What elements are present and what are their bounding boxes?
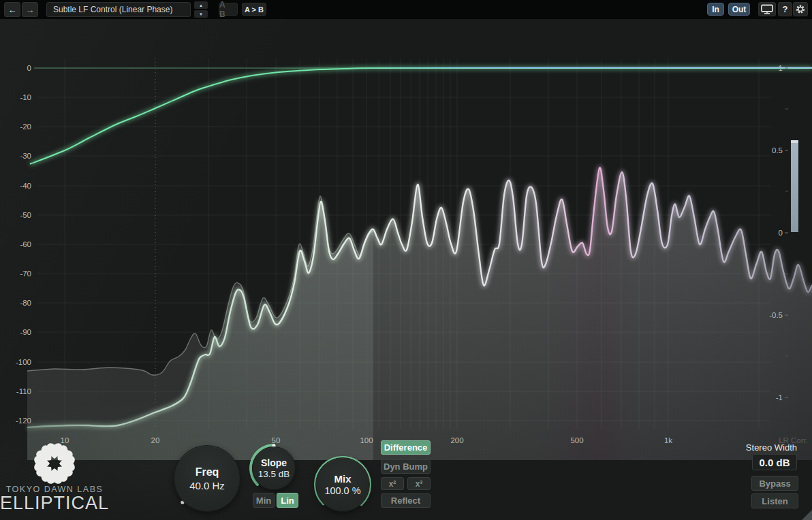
db-axis-label: -10 — [20, 93, 31, 101]
display-settings-button[interactable] — [758, 2, 776, 16]
arrow-right-icon: → — [26, 5, 35, 15]
arrow-left-icon: ← — [8, 5, 17, 15]
db-axis-label: -50 — [20, 211, 31, 219]
mix-knob-value: 100.0 % — [324, 485, 360, 496]
db-axis-label: -20 — [20, 123, 31, 131]
db-axis-label: -110 — [16, 387, 31, 395]
corr-axis-label: 0.5 — [772, 146, 783, 155]
corr-axis-label: 1 — [779, 64, 783, 72]
plugin-window: 0-10-20-30-40-50-60-70-80-90-100-110-120… — [0, 0, 812, 520]
gear-icon — [794, 3, 807, 15]
db-axis-label: 0 — [27, 64, 31, 72]
min-phase-button[interactable]: Min — [253, 493, 275, 508]
db-axis-label: -90 — [20, 328, 31, 336]
slope-knob-value: 13.5 dB — [258, 469, 290, 479]
filter-curve — [30, 68, 812, 164]
output-gain-button[interactable]: Out — [728, 3, 750, 16]
db-axis-label: -80 — [20, 299, 31, 307]
lin-phase-button[interactable]: Lin — [277, 493, 298, 508]
preset-stepper: ▲ ▼ — [194, 1, 208, 18]
db-axis-label: -100 — [16, 358, 31, 366]
slope-knob-label: Slope — [261, 457, 287, 468]
product-name: ELLIPTICAL — [0, 493, 109, 514]
corr-axis-label: -0.5 — [769, 311, 783, 319]
difference-button[interactable]: Difference — [381, 440, 431, 455]
db-axis-label: -120 — [16, 417, 31, 425]
x-cubed-button[interactable]: x³ — [407, 477, 431, 490]
x-squared-button[interactable]: x² — [381, 477, 404, 490]
preset-forward-button[interactable]: → — [22, 2, 38, 17]
copy-a-to-b-button[interactable]: A > B — [242, 3, 266, 16]
preset-step-up-button[interactable]: ▲ — [194, 1, 208, 9]
triangle-down-icon: ▼ — [199, 12, 203, 16]
slope-knob[interactable]: Slope 13.5 dB — [248, 442, 300, 494]
preset-back-button[interactable]: ← — [4, 2, 20, 17]
freq-axis-label: 20 — [151, 436, 160, 444]
ab-toggle-button[interactable]: A B — [219, 3, 238, 16]
input-gain-button[interactable]: In — [707, 3, 724, 16]
mix-knob[interactable]: Mix 100.0 % — [310, 452, 375, 517]
help-button[interactable]: ? — [778, 2, 792, 16]
bypass-button[interactable]: Bypass — [751, 476, 798, 491]
db-axis-label: -40 — [20, 182, 31, 190]
preset-selector[interactable]: Subtle LF Control (Linear Phase) — [46, 2, 191, 17]
correlation-meter-cap — [791, 140, 798, 143]
db-axis-label: -60 — [20, 240, 31, 248]
tdl-flower-logo — [30, 439, 79, 484]
db-axis-label: -30 — [20, 152, 31, 160]
resize-handle[interactable] — [802, 510, 812, 520]
stereo-width-value[interactable]: 0.0 dB — [752, 454, 797, 470]
freq-knob-label: Freq — [196, 466, 219, 478]
dyn-bump-button[interactable]: Dyn Bump — [381, 459, 431, 474]
settings-button[interactable] — [793, 2, 808, 16]
reflect-button[interactable]: Reflect — [381, 493, 431, 508]
freq-knob[interactable]: Freq 40.0 Hz — [170, 441, 245, 516]
freq-axis-label: 200 — [450, 436, 463, 444]
freq-axis-label: 100 — [360, 436, 373, 444]
correlation-meter-bar — [791, 140, 798, 232]
mix-knob-label: Mix — [334, 473, 351, 485]
preset-step-down-button[interactable]: ▼ — [194, 10, 208, 18]
triangle-up-icon: ▲ — [199, 3, 203, 7]
db-axis-label: -70 — [20, 270, 31, 278]
filter-curve-glow — [30, 68, 812, 164]
listen-button[interactable]: Listen — [751, 493, 798, 508]
freq-axis-label: 500 — [570, 436, 583, 444]
titlebar: ← → Subtle LF Control (Linear Phase) ▲ ▼… — [0, 0, 812, 19]
corr-axis-label: 0 — [779, 229, 783, 237]
monitor-icon — [760, 3, 775, 15]
freq-axis-label: 1k — [664, 436, 672, 444]
corr-axis-label: -1 — [776, 393, 783, 402]
stereo-width-label: Stereo Width — [708, 442, 797, 453]
freq-knob-value: 40.0 Hz — [189, 480, 225, 491]
